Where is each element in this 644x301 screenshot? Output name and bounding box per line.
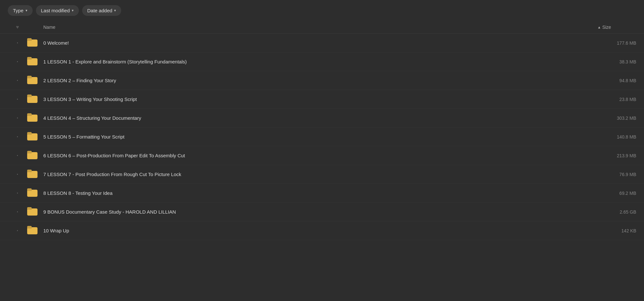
favorite-cell: •	[8, 41, 27, 45]
favorite-cell: •	[8, 79, 27, 82]
bullet-icon: •	[17, 135, 18, 139]
table-row[interactable]: • 5 LESSON 5 – Formatting Your Script 14…	[0, 128, 644, 146]
favorite-cell: •	[8, 135, 27, 139]
file-name-cell: 10 Wrap Up	[43, 228, 597, 233]
file-name-cell: 0 Welcome!	[43, 40, 597, 46]
file-size-cell: 213.9 MB	[597, 153, 636, 158]
heart-icon: ♥	[16, 24, 19, 30]
table-row[interactable]: • 10 Wrap Up 142 KB	[0, 221, 644, 240]
favorite-column-header: ♥	[8, 24, 27, 30]
toolbar: Type ▾ Last modified ▾ Date added ▾	[0, 0, 644, 21]
bullet-icon: •	[17, 173, 18, 176]
bullet-icon: •	[17, 79, 18, 82]
folder-icon	[27, 95, 38, 103]
file-list: • 0 Welcome! 177.6 MB • 1 LESSON 1 - Exp…	[0, 34, 644, 240]
favorite-cell: •	[8, 116, 27, 120]
file-name-cell: 3 LESSON 3 – Writing Your Shooting Scrip…	[43, 96, 597, 102]
folder-icon	[27, 57, 38, 65]
file-size-cell: 76.9 MB	[597, 172, 636, 177]
table-row[interactable]: • 3 LESSON 3 – Writing Your Shooting Scr…	[0, 90, 644, 109]
date-added-filter-button[interactable]: Date added ▾	[82, 5, 122, 16]
folder-icon-cell	[27, 95, 43, 104]
file-name-text: 6 LESSON 6 – Post-Production From Paper …	[43, 153, 185, 158]
file-size-cell: 140.8 MB	[597, 134, 636, 139]
file-name-cell: 6 LESSON 6 – Post-Production From Paper …	[43, 153, 597, 158]
file-name-text: 9 BONUS Documentary Case Study - HAROLD …	[43, 209, 176, 215]
table-header: ♥ Name ▲ Size	[0, 21, 644, 34]
folder-icon-cell	[27, 151, 43, 160]
table-row[interactable]: • 6 LESSON 6 – Post-Production From Pape…	[0, 146, 644, 165]
file-name-cell: 2 LESSON 2 – Finding Your Story	[43, 78, 597, 83]
last-modified-label: Last modified	[41, 8, 70, 13]
table-row[interactable]: • 2 LESSON 2 – Finding Your Story 94.8 M…	[0, 71, 644, 90]
file-size-cell: 94.8 MB	[597, 78, 636, 83]
folder-icon	[27, 76, 38, 84]
file-size-cell: 2.65 GB	[597, 209, 636, 215]
table-row[interactable]: • 7 LESSON 7 - Post Production From Roug…	[0, 165, 644, 184]
table-row[interactable]: • 4 LESSON 4 – Structuring Your Document…	[0, 109, 644, 128]
file-size-text: 94.8 MB	[619, 78, 636, 83]
file-name-text: 3 LESSON 3 – Writing Your Shooting Scrip…	[43, 96, 137, 102]
last-modified-filter-button[interactable]: Last modified ▾	[36, 5, 79, 16]
folder-icon	[27, 151, 38, 159]
folder-icon-cell	[27, 188, 43, 198]
bullet-icon: •	[17, 229, 18, 232]
file-size-text: 2.65 GB	[620, 209, 636, 215]
type-filter-button[interactable]: Type ▾	[8, 5, 33, 16]
file-name-text: 7 LESSON 7 - Post Production From Rough …	[43, 172, 181, 177]
last-modified-chevron-icon: ▾	[72, 8, 74, 13]
folder-icon-cell	[27, 57, 43, 66]
folder-icon-cell	[27, 226, 43, 235]
folder-icon-cell	[27, 170, 43, 179]
file-size-cell: 142 KB	[597, 228, 636, 233]
bullet-icon: •	[17, 60, 18, 63]
file-name-cell: 7 LESSON 7 - Post Production From Rough …	[43, 172, 597, 177]
favorite-cell: •	[8, 229, 27, 232]
folder-icon	[27, 207, 38, 216]
file-name-cell: 4 LESSON 4 – Structuring Your Documentar…	[43, 115, 597, 121]
file-size-text: 140.8 MB	[617, 134, 636, 139]
folder-icon	[27, 38, 38, 47]
favorite-cell: •	[8, 173, 27, 176]
bullet-icon: •	[17, 154, 18, 157]
folder-icon	[27, 188, 38, 197]
file-name-text: 8 LESSON 8 - Testing Your Idea	[43, 190, 113, 196]
folder-icon	[27, 113, 38, 122]
file-size-text: 177.6 MB	[617, 40, 636, 46]
file-size-cell: 69.2 MB	[597, 190, 636, 196]
bullet-icon: •	[17, 191, 18, 195]
favorite-cell: •	[8, 191, 27, 195]
bullet-icon: •	[17, 41, 18, 45]
table-row[interactable]: • 0 Welcome! 177.6 MB	[0, 34, 644, 52]
file-name-cell: 1 LESSON 1 - Explore and Brainstorm (Sto…	[43, 59, 597, 64]
table-row[interactable]: • 9 BONUS Documentary Case Study - HAROL…	[0, 203, 644, 221]
file-size-cell: 177.6 MB	[597, 40, 636, 46]
folder-icon	[27, 226, 38, 234]
favorite-cell: •	[8, 97, 27, 101]
table-row[interactable]: • 1 LESSON 1 - Explore and Brainstorm (S…	[0, 52, 644, 71]
type-label: Type	[13, 8, 24, 13]
file-name-text: 4 LESSON 4 – Structuring Your Documentar…	[43, 115, 141, 121]
folder-icon	[27, 170, 38, 178]
file-name-text: 5 LESSON 5 – Formatting Your Script	[43, 134, 124, 139]
file-name-cell: 5 LESSON 5 – Formatting Your Script	[43, 134, 597, 139]
date-added-label: Date added	[87, 8, 113, 13]
folder-icon-cell	[27, 132, 43, 141]
file-size-cell: 303.2 MB	[597, 115, 636, 121]
name-column-header[interactable]: Name	[43, 25, 597, 30]
file-name-text: 10 Wrap Up	[43, 228, 69, 233]
folder-icon-cell	[27, 113, 43, 123]
file-name-text: 1 LESSON 1 - Explore and Brainstorm (Sto…	[43, 59, 187, 64]
table-row[interactable]: • 8 LESSON 8 - Testing Your Idea 69.2 MB	[0, 184, 644, 203]
folder-icon-cell	[27, 207, 43, 217]
sort-arrow-icon: ▲	[597, 25, 601, 29]
file-size-text: 76.9 MB	[619, 172, 636, 177]
file-size-text: 213.9 MB	[617, 153, 636, 158]
bullet-icon: •	[17, 210, 18, 214]
size-column-header[interactable]: ▲ Size	[597, 25, 636, 30]
favorite-cell: •	[8, 60, 27, 63]
folder-icon-cell	[27, 38, 43, 48]
folder-icon	[27, 132, 38, 140]
favorite-cell: •	[8, 210, 27, 214]
date-added-chevron-icon: ▾	[114, 8, 116, 13]
